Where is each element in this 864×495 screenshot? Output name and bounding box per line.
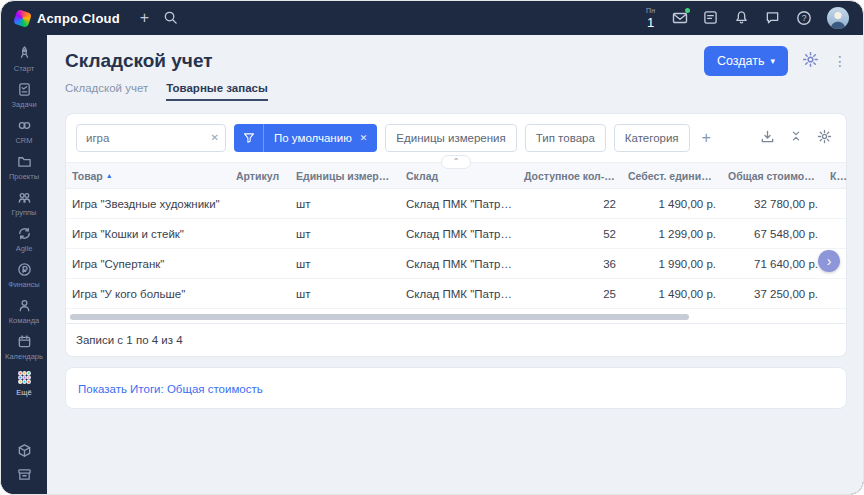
bell-icon[interactable] [734,10,750,26]
column-header-code[interactable]: Код [824,170,850,182]
column-header-sku[interactable]: Артикул [230,170,290,182]
export-icon[interactable] [760,129,775,148]
sidebar-item-team[interactable]: Команда [1,293,47,329]
sidebar-item-projects[interactable]: Проекты [1,149,47,185]
more-options-icon[interactable]: ⋮ [833,54,847,68]
brand[interactable]: Аспро.Cloud [15,11,120,26]
product-cell: Игра "Супертанк" [66,258,230,270]
scrollbar-thumb[interactable] [70,314,689,320]
unit-cost-cell: 1 490,00 р. [622,198,722,210]
sidebar-item-more[interactable]: Ещё [1,365,47,401]
unit-cost-cell: 1 990,00 р. [622,258,722,270]
column-header-total-cost[interactable]: Общая стоимость [722,170,824,182]
unit-cell: шт [290,198,400,210]
page-title: Складской учет [65,50,213,72]
sidebar-item-groups[interactable]: Группы [1,185,47,221]
qty-cell: 25 [518,288,622,300]
filter-chip-units[interactable]: Единицы измерения [385,124,516,152]
app-window: Аспро.Cloud + Пн 1 ? [0,0,864,495]
sidebar-item-tasks[interactable]: Задачи [1,77,47,113]
unit-cell: шт [290,258,400,270]
archive-icon [17,467,32,482]
total-cost-cell: 37 250,00 р. [722,288,824,300]
chat-icon[interactable] [765,10,781,26]
scroll-right-button[interactable]: › [818,250,840,272]
warehouse-cell: Склад ПМК "Патриот" [400,228,518,240]
sidebar-item-start[interactable]: Старт [1,41,47,77]
unit-cell: шт [290,288,400,300]
main-content: Складской учет Создать ▾ ⋮ Складской уче… [47,35,863,494]
search-input[interactable] [76,124,226,152]
notes-icon[interactable] [703,10,719,26]
people-icon [17,190,32,205]
show-totals-link[interactable]: Показать Итоги: Общая стоимость [78,383,263,395]
horizontal-scrollbar[interactable] [69,313,843,321]
sort-asc-icon: ▲ [106,172,113,179]
table-row[interactable]: Игра "У кого больше" шт Склад ПМК "Патри… [66,279,846,309]
quick-add-button[interactable]: + [140,10,149,26]
qty-cell: 52 [518,228,622,240]
calendar-icon [17,334,32,349]
warehouse-cell: Склад ПМК "Патриот" [400,288,518,300]
column-header-product[interactable]: Товар▲ [66,170,230,182]
column-header-warehouse[interactable]: Склад [400,170,518,182]
qty-cell: 22 [518,198,622,210]
total-cost-cell: 67 548,00 р. [722,228,824,240]
brand-logo-icon [13,9,32,28]
table-row[interactable]: Игра "Звездные художники" шт Склад ПМК "… [66,189,846,219]
svg-text:?: ? [802,13,807,23]
warehouse-cell: Склад ПМК "Патриот" [400,258,518,270]
active-filter-chip[interactable]: По умолчанию ✕ [264,124,377,152]
remove-filter-icon[interactable]: ✕ [360,133,368,143]
table-row[interactable]: Игра "Супертанк" шт Склад ПМК "Патриот" … [66,249,846,279]
tab-warehouse-accounting[interactable]: Складской учет [65,82,148,101]
sidebar-item-crm[interactable]: CRM [1,113,47,149]
product-cell: Игра "Звездные художники" [66,198,230,210]
total-cost-cell: 32 780,00 р. [722,198,824,210]
person-icon [17,298,32,313]
help-icon[interactable]: ? [796,10,812,26]
warehouse-cell: Склад ПМК "Патриот" [400,198,518,210]
collapse-rows-icon[interactable] [789,129,803,147]
tab-product-stock[interactable]: Товарные запасы [166,82,268,101]
unit-cost-cell: 1 490,00 р. [622,288,722,300]
sidebar-extra-item-2[interactable] [1,462,47,486]
sidebar-item-calendar[interactable]: Календарь [1,329,47,365]
table-row[interactable]: Игра "Кошки и стейк" шт Склад ПМК "Патри… [66,219,846,249]
column-header-unit-cost[interactable]: Себест. единицы [622,170,722,182]
box-icon [17,443,32,458]
filter-chip-product-type[interactable]: Тип товара [525,124,606,152]
clear-search-icon[interactable]: ✕ [211,131,219,145]
filter-button[interactable]: По умолчанию ✕ [234,124,377,152]
product-cell: Игра "Кошки и стейк" [66,228,230,240]
collapse-panel-button[interactable]: ⌃ [441,155,471,169]
gear-icon[interactable] [802,51,819,72]
handshake-icon [17,118,32,133]
topbar: Аспро.Cloud + Пн 1 ? [1,1,863,35]
apps-grid-icon [17,370,32,385]
table-settings-icon[interactable] [817,129,832,148]
chevron-down-icon: ▾ [770,56,775,66]
mail-icon[interactable] [672,10,688,26]
rocket-icon [17,46,32,61]
mail-notification-dot [685,8,690,13]
column-header-unit[interactable]: Единицы измерения [290,170,400,182]
records-count: Записи с 1 по 4 из 4 [66,323,846,356]
search-icon[interactable] [163,10,179,26]
sidebar: Старт Задачи CRM Проекты Группы Agile [1,35,47,494]
filter-chip-category[interactable]: Категория [614,124,690,152]
sidebar-extra-item-1[interactable] [1,438,47,462]
calendar-day-widget[interactable]: Пн 1 [646,7,655,29]
qty-cell: 36 [518,258,622,270]
add-filter-icon[interactable]: + [698,130,715,146]
user-avatar[interactable] [827,7,849,29]
sidebar-item-finance[interactable]: Финансы [1,257,47,293]
sprint-cycle-icon [17,226,32,241]
column-header-available-qty[interactable]: Доступное кол-во [518,170,622,182]
create-button[interactable]: Создать ▾ [704,46,788,76]
sidebar-item-agile[interactable]: Agile [1,221,47,257]
funnel-icon[interactable] [234,124,264,152]
checklist-icon [17,82,32,97]
totals-card: Показать Итоги: Общая стоимость [65,367,847,409]
unit-cost-cell: 1 299,00 р. [622,228,722,240]
